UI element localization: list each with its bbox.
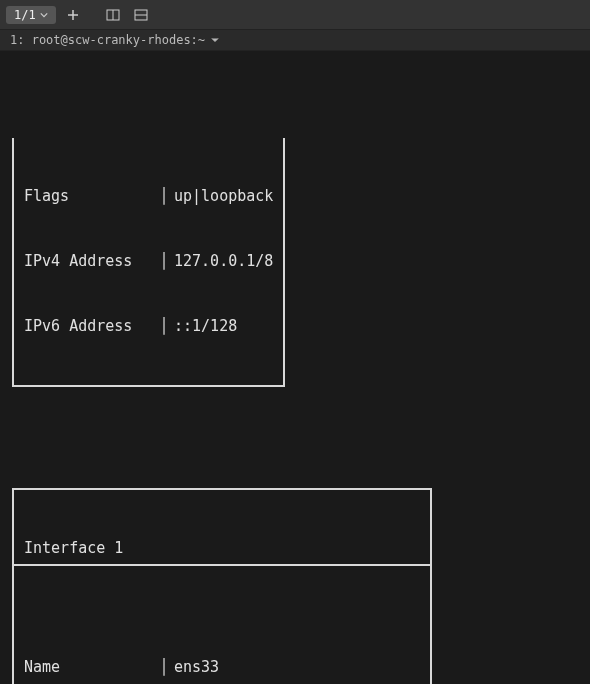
caret-down-icon bbox=[211, 33, 219, 47]
iface0-row-ipv4: IPv4 Address │ 127.0.0.1/8 bbox=[24, 251, 273, 273]
iface0-row-flags: Flags │ up|loopback bbox=[24, 186, 273, 208]
split-vertical-icon bbox=[106, 9, 120, 21]
interface-1-box: Interface 1 Name │ ens33 Hardware MAC │ … bbox=[12, 488, 432, 684]
interface-1-header: Interface 1 bbox=[14, 534, 430, 566]
plus-icon bbox=[67, 9, 79, 21]
tab-counter[interactable]: 1/1 bbox=[6, 6, 56, 24]
tab-count-text: 1/1 bbox=[14, 8, 36, 22]
caret-down-icon bbox=[40, 11, 48, 19]
pane-1-tab-label: 1: root@scw-cranky-rhodes:~ bbox=[10, 33, 205, 47]
pane-1-tab[interactable]: 1: root@scw-cranky-rhodes:~ bbox=[0, 30, 590, 51]
split-vertical-button[interactable] bbox=[102, 4, 124, 26]
interface-0-box: Flags │ up|loopback IPv4 Address │ 127.0… bbox=[12, 138, 285, 387]
terminal-pane-1[interactable]: Flags │ up|loopback IPv4 Address │ 127.0… bbox=[0, 51, 590, 684]
iface1-row-name: Name │ ens33 bbox=[24, 657, 420, 679]
iface0-row-ipv6: IPv6 Address │ ::1/128 bbox=[24, 316, 273, 338]
split-horizontal-icon bbox=[134, 9, 148, 21]
top-toolbar: 1/1 bbox=[0, 0, 590, 30]
new-tab-button[interactable] bbox=[62, 4, 84, 26]
split-horizontal-button[interactable] bbox=[130, 4, 152, 26]
